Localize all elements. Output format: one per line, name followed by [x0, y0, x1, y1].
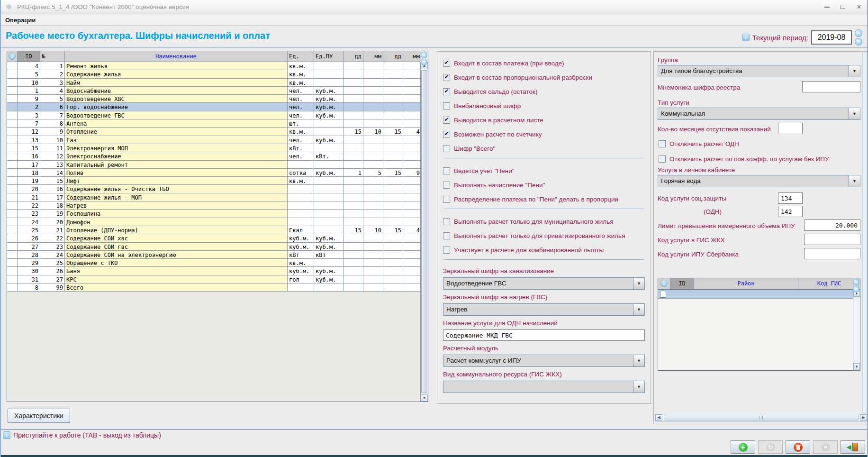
odn-code-input[interactable]	[778, 206, 803, 217]
table-row[interactable]: 1814Поливсоткакуб.м.15159	[7, 169, 420, 177]
column-header-ed[interactable]: Ед.	[288, 51, 314, 62]
period-up-icon[interactable]: ▲	[855, 29, 862, 37]
panel-vertical-scrollbar[interactable]	[862, 53, 868, 412]
option-checkbox[interactable]: Внебалансовый шифр	[443, 101, 645, 110]
option-checkbox[interactable]: Выводится в расчетном листе	[443, 115, 645, 125]
chevron-down-icon[interactable]: ▼	[633, 278, 644, 289]
column-header-id[interactable]: ID	[18, 51, 40, 62]
table-row[interactable]: 2925Обращение с ТКОкв.м.	[7, 259, 420, 267]
table-row[interactable]: 1713Капитальный ремонт	[7, 161, 420, 169]
table-spin-down-icon[interactable]: ▼	[421, 59, 427, 65]
table-row[interactable]: 14Водоснабжениечел.куб.м.	[7, 87, 420, 95]
add-button[interactable]: +	[731, 440, 755, 454]
table-row[interactable]: 2723Содержание СОИ гвскуб.м.куб.м.	[7, 243, 420, 251]
group-select[interactable]: Для типов благоустройства ▼	[658, 65, 860, 77]
column-header-dd2[interactable]: дд	[383, 51, 403, 62]
table-row[interactable]: 2824Содержание СОИ на электроэнергиюкВтк…	[7, 251, 420, 259]
close-button[interactable]: ✕	[851, 0, 867, 14]
districts-spin-up-icon[interactable]: ▲	[853, 279, 859, 285]
minimize-button[interactable]	[819, 0, 835, 14]
column-header-num[interactable]: №	[40, 51, 65, 62]
table-row[interactable]: 41Ремонт жильякв.м.	[7, 62, 420, 70]
table-row[interactable]: 78Антенашт.	[7, 119, 420, 128]
table-row[interactable]: 2218Нагрев	[7, 201, 420, 210]
save-button[interactable]	[813, 440, 838, 454]
characteristics-button[interactable]: Характеристики	[8, 409, 70, 423]
table-row[interactable]: 2117Содержание жилья - МОП	[7, 193, 420, 201]
table-vertical-scrollbar[interactable]: ▲ ▼	[420, 62, 428, 402]
option-checkbox[interactable]: Входит в состав платежа (при вводе)	[443, 58, 645, 68]
table-row[interactable]: 129Отоплениекв.м.1510154	[7, 128, 420, 136]
mirror-heat-select[interactable]: Нагрев ▼	[443, 303, 645, 316]
mirror-sewer-select[interactable]: Водоотведение ГВС ▼	[443, 277, 645, 290]
table-row[interactable]: 26Гор. водоснабжениечел.куб.м.	[7, 103, 420, 111]
chevron-down-icon[interactable]: ▼	[849, 108, 860, 119]
column-header-edpu[interactable]: Ед.ПУ	[314, 51, 344, 62]
sber-code-input[interactable]	[804, 248, 860, 259]
panel-horizontal-scrollbar[interactable]: ◀ ▶	[655, 414, 868, 421]
column-header-name[interactable]: Наименование	[65, 51, 288, 62]
table-row[interactable]: 37Водоотведение ГВСчел.куб.м.	[7, 111, 420, 119]
table-row[interactable]: 899Всего	[7, 283, 420, 292]
option-checkbox[interactable]: Выполнять начисление "Пени"	[443, 180, 645, 190]
scroll-left-icon[interactable]: ◀	[655, 414, 662, 421]
exit-button[interactable]: ◀	[841, 440, 865, 454]
scrollbar-thumb[interactable]	[664, 415, 859, 420]
column-header-mm1[interactable]: мм	[363, 51, 383, 62]
table-spin-up-icon[interactable]: ▲	[421, 52, 427, 58]
scrollbar-thumb[interactable]	[421, 70, 427, 393]
table-row[interactable]: 103Наймкв.м.	[7, 79, 420, 87]
table-row[interactable]: 2319Госпошлина	[7, 210, 420, 218]
disable-odn-checkbox[interactable]: Отключить расчет ОДН	[659, 139, 862, 148]
maximize-button[interactable]	[835, 0, 851, 14]
table-row[interactable]: 2622Содержание СОИ хвскуб.м.куб.м.	[7, 234, 420, 242]
option-checkbox[interactable]: Выполнять расчет только для приватизиров…	[443, 231, 645, 240]
disable-povk-checkbox[interactable]: Отключить расчет по пов.коэфф. по услуга…	[659, 154, 867, 164]
table-row[interactable]: 3026Банякуб.м.куб.м.	[7, 267, 420, 275]
delete-button[interactable]	[786, 440, 810, 454]
service-type-select[interactable]: Коммунальная ▼	[658, 108, 860, 120]
column-header-district[interactable]: Район	[694, 278, 798, 289]
districts-spin-down-icon[interactable]: ▼	[853, 286, 859, 292]
table-row[interactable]: 2521Отопление (ДПУ-норма)Гкал1510154	[7, 226, 420, 234]
option-checkbox[interactable]: Распределение платежа по "Пени" делать в…	[443, 194, 645, 204]
district-new-row[interactable]	[658, 290, 853, 299]
odn-service-name-input[interactable]	[443, 329, 645, 341]
column-header-mm2[interactable]: мм	[403, 51, 421, 62]
table-row[interactable]: 1915Лифткв.м.	[7, 177, 420, 185]
resource-kind-select[interactable]: ▼	[443, 381, 645, 393]
option-checkbox[interactable]: Участвует в расчете для комбинированной …	[443, 245, 645, 255]
column-header-gis-code[interactable]: Код ГИС	[798, 278, 860, 289]
scroll-down-icon[interactable]: ▼	[421, 394, 428, 402]
table-row[interactable]: 52Содержание жильякв.м.	[7, 70, 420, 78]
table-row[interactable]: 2420Домофон	[7, 218, 420, 226]
undo-button[interactable]: ↻	[758, 440, 783, 454]
calc-module-select[interactable]: Расчет комм.услуг с ИПУ ▼	[443, 355, 645, 367]
option-checkbox[interactable]: Входит в состав пропорциональной разброс…	[443, 73, 645, 82]
menu-operations[interactable]: Операции	[1, 17, 40, 24]
column-header-dd1[interactable]: дд	[344, 51, 363, 62]
option-checkbox[interactable]: Выводится сальдо (остаток)	[443, 87, 645, 96]
scroll-right-icon[interactable]: ▶	[860, 414, 867, 421]
scroll-down-icon[interactable]: ▼	[853, 363, 860, 370]
ipu-limit-input[interactable]	[804, 219, 860, 231]
chevron-down-icon[interactable]: ▼	[849, 65, 860, 77]
chevron-down-icon[interactable]: ▼	[633, 355, 644, 366]
column-header-id[interactable]: ID	[670, 278, 694, 289]
mnemonic-input[interactable]	[802, 81, 860, 92]
months-missing-input[interactable]	[778, 123, 803, 134]
lk-service-select[interactable]: Горячая вода ▼	[658, 175, 860, 187]
table-row[interactable]: 1310Газчел.куб.м.	[7, 136, 420, 144]
chevron-down-icon[interactable]: ▼	[849, 175, 860, 187]
table-row[interactable]: 1511Электроэнергия МОПкВт.	[7, 144, 420, 152]
table-row[interactable]: 1612Электроснабжениечел.кВт.	[7, 152, 420, 160]
option-checkbox[interactable]: Возможен расчет по счетчику	[443, 129, 645, 139]
chevron-down-icon[interactable]: ▼	[633, 381, 644, 393]
option-checkbox[interactable]: Выполнять расчет только для муниципально…	[443, 217, 645, 226]
table-row[interactable]: 2016Содержание жилья - Очистка ТБО	[7, 185, 420, 193]
period-down-icon[interactable]: ▼	[855, 38, 862, 46]
chevron-down-icon[interactable]: ▼	[633, 304, 644, 315]
period-input[interactable]	[811, 30, 852, 45]
option-checkbox[interactable]: Шифр "Всего"	[443, 144, 645, 153]
option-checkbox[interactable]: Ведется учет "Пени"	[443, 166, 645, 175]
